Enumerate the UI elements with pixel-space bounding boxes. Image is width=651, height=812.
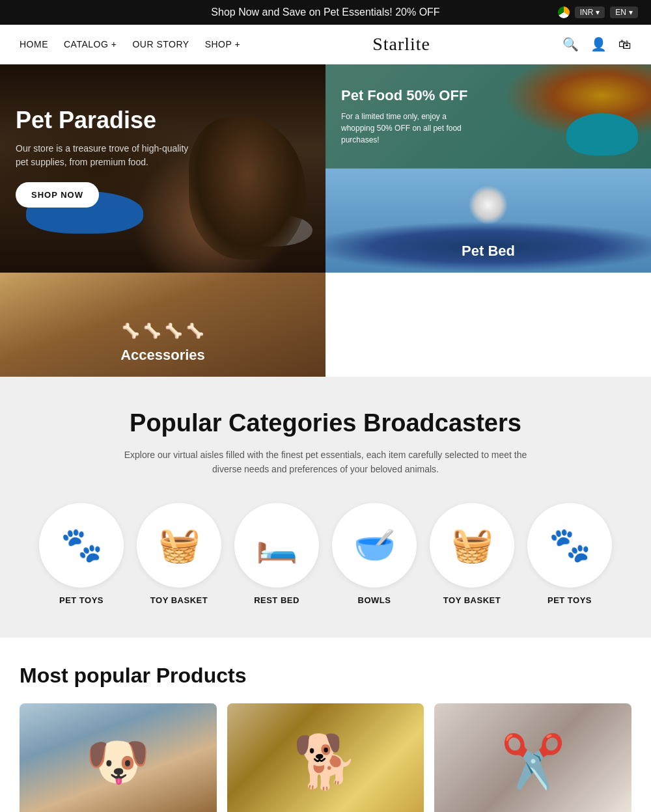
product-card-1[interactable]: 🐕 xyxy=(227,703,424,812)
hero-food: Pet Food 50% OFF For a limited time only… xyxy=(326,64,651,169)
hero-food-content: Pet Food 50% OFF For a limited time only… xyxy=(341,87,471,146)
search-icon[interactable]: 🔍 xyxy=(562,36,579,52)
category-circle-2: 🧺 xyxy=(137,503,221,588)
category-toy-basket-1[interactable]: 🧺 TOY BASKET xyxy=(137,503,221,605)
category-pet-toys-2[interactable]: 🐾 PET TOYS xyxy=(527,503,612,605)
pet-toys-icon-2: 🐾 xyxy=(549,525,591,565)
nav-shop[interactable]: SHOP + xyxy=(205,39,241,49)
product-img-dog: 🐶 xyxy=(85,731,150,792)
product-card-2[interactable]: ✂️ xyxy=(434,703,631,812)
navbar: HOME CATALOG + OUR STORY SHOP + Starlite… xyxy=(0,25,651,64)
currency-chevron: ▾ xyxy=(596,8,600,17)
banner-right: INR ▾ EN ▾ xyxy=(558,7,638,18)
toy-basket-icon-1: 🧺 xyxy=(158,525,201,565)
cart-icon[interactable]: 🛍 xyxy=(618,37,631,52)
categories-grid: 🐾 PET TOYS 🧺 TOY BASKET 🛏️ REST BED 🥣 BO… xyxy=(20,503,631,605)
popular-section: Most popular Products 🐶 🐕 ✂️ xyxy=(0,638,651,812)
category-toy-basket-2[interactable]: 🧺 TOY BASKET xyxy=(430,503,514,605)
hero-description: Our store is a treasure trove of high-qu… xyxy=(16,142,198,169)
currency-label: INR xyxy=(580,8,594,17)
banner-text: Shop Now and Save on Pet Essentials! 20%… xyxy=(211,7,439,18)
category-circle-3: 🛏️ xyxy=(234,503,319,588)
category-label-1: TOY BASKET xyxy=(150,595,208,605)
category-rest-bed[interactable]: 🛏️ REST BED xyxy=(234,503,319,605)
language-chevron: ▾ xyxy=(629,8,633,17)
category-label-0: PET TOYS xyxy=(59,595,104,605)
category-circle-5: 🧺 xyxy=(430,503,514,588)
category-label-5: PET TOYS xyxy=(547,595,592,605)
hero-main: Pet Paradise Our store is a treasure tro… xyxy=(0,64,326,273)
language-label: EN xyxy=(615,8,626,17)
account-icon[interactable]: 👤 xyxy=(590,36,607,52)
nav-actions: 🔍 👤 🛍 xyxy=(562,36,631,52)
popular-title: Most popular Products xyxy=(20,664,631,688)
categories-section: Popular Categories Broadcasters Explore … xyxy=(0,377,651,638)
products-grid: 🐶 🐕 ✂️ xyxy=(20,703,631,812)
nav-home[interactable]: HOME xyxy=(20,39,48,49)
language-selector[interactable]: EN ▾ xyxy=(610,7,638,18)
product-img-grooming: ✂️ xyxy=(501,731,566,792)
hero-bed-label: Pet Bed xyxy=(462,243,515,260)
category-label-2: REST BED xyxy=(254,595,299,605)
nav-our-story[interactable]: OUR STORY xyxy=(132,39,189,49)
hero-main-content: Pet Paradise Our store is a treasure tro… xyxy=(16,107,198,208)
product-img-chihuahua: 🐕 xyxy=(293,731,358,792)
nav-links: HOME CATALOG + OUR STORY SHOP + xyxy=(20,39,240,49)
shop-now-button[interactable]: SHOP NOW xyxy=(16,182,99,208)
hero-pet-bed: Pet Bed xyxy=(326,169,651,273)
rest-bed-icon: 🛏️ xyxy=(256,525,298,565)
category-circle-1: 🐾 xyxy=(39,503,124,588)
toy-basket-icon-2: 🧺 xyxy=(451,525,493,565)
category-label-3: BOWLS xyxy=(358,595,391,605)
bowls-icon: 🥣 xyxy=(353,525,396,565)
category-bowls[interactable]: 🥣 BOWLS xyxy=(332,503,417,605)
top-banner: Shop Now and Save on Pet Essentials! 20%… xyxy=(0,0,651,25)
category-circle-4: 🥣 xyxy=(332,503,417,588)
hero-food-desc: For a limited time only, enjoy a whoppin… xyxy=(341,111,471,146)
categories-desc: Explore our virtual aisles filled with t… xyxy=(117,448,534,477)
categories-title: Popular Categories Broadcasters xyxy=(20,409,631,437)
hero-section: Pet Paradise Our store is a treasure tro… xyxy=(0,64,651,377)
hero-title: Pet Paradise xyxy=(16,107,198,134)
flag-icon xyxy=(558,7,570,18)
hero-acc-label: Accessories xyxy=(120,347,205,364)
category-circle-6: 🐾 xyxy=(527,503,612,588)
pet-toys-icon-1: 🐾 xyxy=(61,525,103,565)
hero-food-title: Pet Food 50% OFF xyxy=(341,87,471,104)
category-label-4: TOY BASKET xyxy=(443,595,501,605)
category-pet-toys-1[interactable]: 🐾 PET TOYS xyxy=(39,503,124,605)
hero-accessories: Accessories 🦴🦴🦴🦴 xyxy=(0,273,326,377)
currency-selector[interactable]: INR ▾ xyxy=(575,7,605,18)
product-card-0[interactable]: 🐶 xyxy=(20,703,217,812)
site-logo: Starlite xyxy=(372,34,430,55)
nav-catalog[interactable]: CATALOG + xyxy=(64,39,117,49)
